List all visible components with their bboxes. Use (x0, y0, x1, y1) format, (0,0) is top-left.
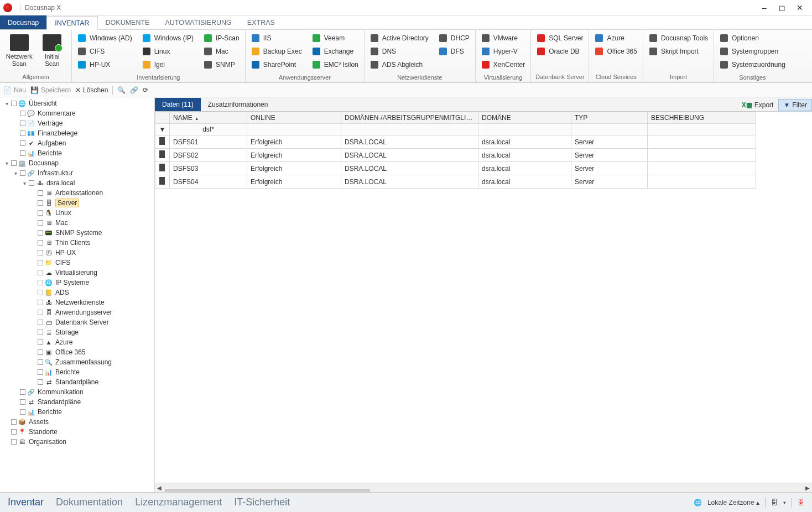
tree-node[interactable]: ☁Virtualisierung (0, 268, 154, 278)
tab-automatisierung[interactable]: AUTOMATISIERUNG (157, 15, 239, 29)
ribbon-item[interactable]: IP-Scan (202, 32, 241, 44)
checkbox[interactable] (11, 429, 17, 435)
db-status-dropdown-icon[interactable]: ▾ (783, 500, 786, 505)
ribbon-item[interactable]: SNMP (202, 59, 241, 71)
ribbon-item[interactable]: Optionen (719, 32, 787, 44)
ribbon-item[interactable]: Oracle DB (535, 45, 584, 58)
ribbon-item[interactable]: Skript Import (648, 45, 709, 58)
tab-daten[interactable]: Daten (11) (155, 98, 201, 111)
checkbox[interactable] (38, 300, 43, 305)
tree-node[interactable]: 🔍Zusammenfassung (0, 357, 154, 367)
table-row[interactable]: DSFS02ErfolgreichDSRA.LOCALdsra.localSer… (155, 149, 756, 162)
filter-typ[interactable] (571, 124, 648, 135)
export-button[interactable]: X▦ Export (737, 99, 779, 111)
ribbon-item[interactable]: Veeam (311, 32, 360, 44)
minimize-button[interactable]: – (756, 2, 773, 13)
ribbon-item[interactable]: Azure (594, 32, 638, 44)
tree-node[interactable]: 📒ADS (0, 288, 154, 297)
filter-name[interactable]: dsf* (170, 124, 247, 135)
delete-button[interactable]: ✕ Löschen (75, 86, 108, 94)
tree-node[interactable]: 🏛Organisation (0, 437, 154, 447)
ribbon-item[interactable]: Docusnap Tools (648, 32, 709, 44)
table-row[interactable]: DSFS01ErfolgreichDSRA.LOCALdsra.localSer… (155, 135, 756, 149)
table-row[interactable]: DSFS03ErfolgreichDSRA.LOCALdsra.localSer… (155, 162, 756, 175)
checkbox[interactable] (20, 389, 25, 395)
ribbon-item[interactable]: Backup Exec (250, 45, 303, 58)
footer-itsicherheit[interactable]: IT-Sicherheit (234, 497, 290, 508)
tree-node[interactable]: 🖥Thin Clients (0, 238, 154, 248)
tree-node[interactable]: 📊Berichte (0, 407, 154, 417)
tree-node[interactable]: 🌐IP Systeme (0, 278, 154, 288)
ribbon-item[interactable]: DHCP (438, 32, 471, 44)
ribbon-item[interactable]: CIFS (76, 45, 133, 58)
tree-node[interactable]: 💶Finanzbelege (0, 128, 154, 138)
checkbox[interactable] (20, 399, 25, 405)
tree-node[interactable]: 📄Verträge (0, 118, 154, 128)
checkbox[interactable] (20, 130, 25, 136)
checkbox[interactable] (38, 220, 43, 226)
filter-online[interactable] (247, 124, 341, 135)
ribbon-item[interactable]: Systemzuordnung (719, 59, 787, 71)
footer-inventar[interactable]: Inventar (8, 497, 44, 508)
ribbon-item[interactable]: ADS Abgleich (369, 59, 430, 71)
checkbox[interactable] (38, 290, 43, 295)
checkbox[interactable] (38, 349, 43, 355)
column-header[interactable]: DOMÄNEN-/ARBEITSGRUPPENMITGLIEDSCHA... (341, 112, 478, 124)
tree-node[interactable]: ▾🖧dsra.local (0, 178, 154, 188)
checkbox[interactable] (38, 369, 43, 375)
checkbox[interactable] (20, 150, 25, 156)
ribbon-item[interactable]: DNS (369, 45, 430, 58)
column-header[interactable] (155, 112, 170, 124)
checkbox[interactable] (38, 250, 43, 255)
footer-lizenz[interactable]: Lizenzmanagement (135, 497, 222, 508)
tree-node[interactable]: 📍Standorte (0, 427, 154, 437)
ribbon-item[interactable]: Windows (AD) (76, 32, 133, 44)
horizontal-scrollbar[interactable]: ◀ ▶ (155, 483, 812, 492)
tree-node[interactable]: 🖥Mac (0, 218, 154, 228)
checkbox[interactable] (38, 260, 43, 265)
checkbox[interactable] (11, 101, 17, 106)
checkbox[interactable] (38, 210, 43, 216)
tree-node[interactable]: ▾🏢Docusnap (0, 158, 154, 168)
ribbon-item[interactable]: Systemgruppen (719, 45, 787, 58)
tab-inventar[interactable]: INVENTAR (46, 16, 97, 30)
tree-node[interactable]: 🖥Arbeitsstationen (0, 188, 154, 198)
tree-node[interactable]: 💬Kommentare (0, 108, 154, 118)
tab-zusatz[interactable]: Zusatzinformationen (201, 98, 275, 111)
tree-node[interactable]: ⇄Standardpläne (0, 397, 154, 407)
tree-node[interactable]: 📟SNMP Systeme (0, 228, 154, 238)
checkbox[interactable] (20, 111, 25, 116)
ribbon-item[interactable]: IIS (250, 32, 303, 44)
column-header[interactable]: DOMÄNE (478, 112, 571, 124)
column-header[interactable]: ONLINE (247, 112, 341, 124)
checkbox[interactable] (11, 419, 17, 425)
expand-icon[interactable]: ▾ (12, 170, 19, 176)
column-header[interactable]: NAME▲ (170, 112, 247, 124)
timezone-label[interactable]: Lokale Zeitzone ▴ (707, 499, 759, 506)
ribbon-item[interactable]: Linux (141, 45, 195, 58)
checkbox[interactable] (20, 121, 25, 126)
checkbox[interactable] (11, 160, 17, 166)
scroll-thumb[interactable] (165, 489, 369, 492)
table-row[interactable]: DSFS04ErfolgreichDSRA.LOCALdsra.localSer… (155, 175, 756, 189)
ribbon-item[interactable]: Active Directory (369, 32, 430, 44)
tree-node[interactable]: 🗄Server (0, 198, 154, 208)
expand-icon[interactable]: ▾ (21, 180, 28, 186)
checkbox[interactable] (11, 439, 17, 445)
close-button[interactable]: ✕ (791, 2, 809, 13)
checkbox[interactable] (20, 140, 25, 146)
ribbon-item[interactable]: Windows (IP) (141, 32, 195, 44)
footer-dokumentation[interactable]: Dokumentation (56, 497, 123, 508)
search-icon[interactable]: 🔍 (117, 86, 126, 94)
tree-node[interactable]: 📊Berichte (0, 367, 154, 377)
checkbox[interactable] (38, 339, 43, 345)
tree-node[interactable]: ▲Azure (0, 337, 154, 347)
tree-node[interactable]: ▣Office 365 (0, 347, 154, 357)
checkbox[interactable] (38, 379, 43, 385)
checkbox[interactable] (38, 270, 43, 275)
ribbon-item[interactable]: XenCenter (480, 59, 526, 71)
tree-node[interactable]: 🔗Kommunikation (0, 387, 154, 397)
tree-node[interactable]: 🗃Datenbank Server (0, 317, 154, 327)
ribbon-item[interactable]: Exchange (311, 45, 360, 58)
ribbon-item[interactable]: HP-UX (76, 59, 133, 71)
